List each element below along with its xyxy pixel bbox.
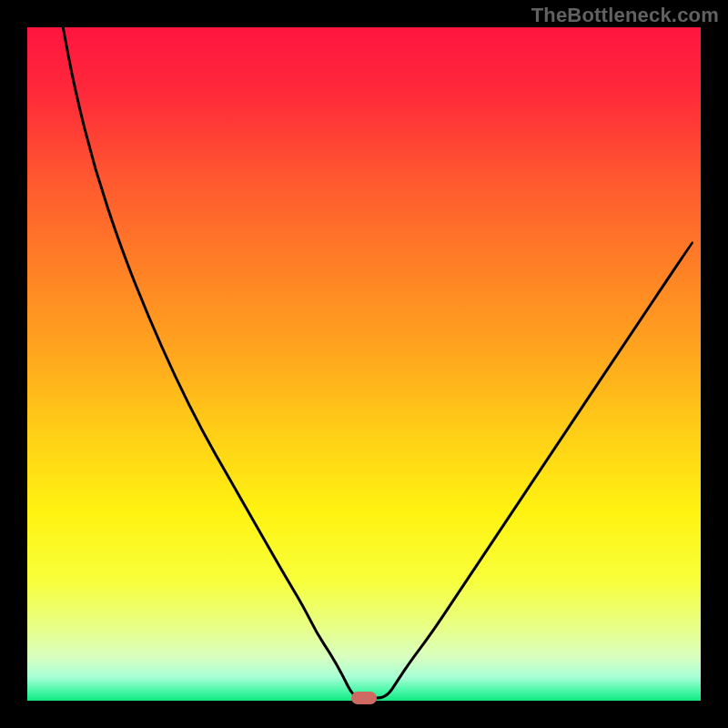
plot-area — [27, 27, 701, 701]
bottleneck-marker — [351, 692, 377, 704]
chart-svg — [27, 27, 701, 701]
chart-stage: TheBottleneck.com — [0, 0, 728, 728]
gradient-background — [27, 27, 701, 701]
watermark-text: TheBottleneck.com — [531, 4, 719, 27]
